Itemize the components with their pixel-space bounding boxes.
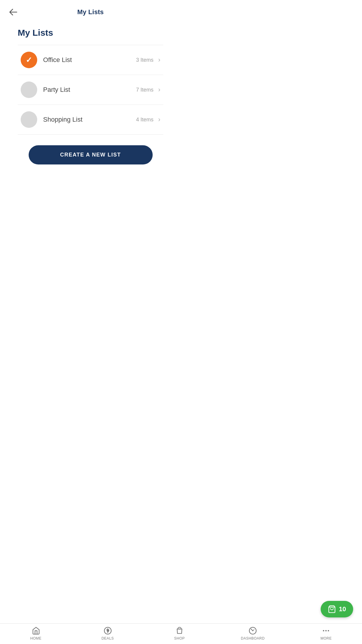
create-button-container: CREATE A NEW LIST	[18, 145, 163, 164]
page-heading: My Lists	[18, 28, 163, 38]
chevron-right-icon: ›	[158, 56, 160, 64]
chevron-right-icon: ›	[158, 116, 160, 123]
list-item-name: Office List	[43, 56, 136, 64]
header-title: My Lists	[77, 8, 104, 16]
list-item-name: Party List	[43, 86, 136, 94]
lists-container: ✓Office List3 Items›Party List7 Items›Sh…	[18, 45, 163, 135]
back-button[interactable]	[7, 8, 19, 17]
list-item-circle-office-list: ✓	[21, 52, 37, 68]
list-item-party-list[interactable]: Party List7 Items›	[18, 75, 163, 105]
list-item-count: 3 Items	[136, 57, 154, 63]
main-content: My Lists ✓Office List3 Items›Party List7…	[0, 22, 181, 170]
list-item-circle-shopping-list	[21, 111, 37, 128]
checkmark-icon: ✓	[26, 56, 32, 65]
create-new-list-button[interactable]: CREATE A NEW LIST	[29, 145, 153, 164]
header: My Lists	[0, 0, 181, 22]
list-item-office-list[interactable]: ✓Office List3 Items›	[18, 45, 163, 75]
list-item-count: 7 Items	[136, 87, 154, 93]
chevron-right-icon: ›	[158, 86, 160, 94]
list-item-shopping-list[interactable]: Shopping List4 Items›	[18, 105, 163, 135]
list-item-count: 4 Items	[136, 117, 154, 123]
list-item-circle-party-list	[21, 81, 37, 98]
list-item-name: Shopping List	[43, 116, 136, 123]
